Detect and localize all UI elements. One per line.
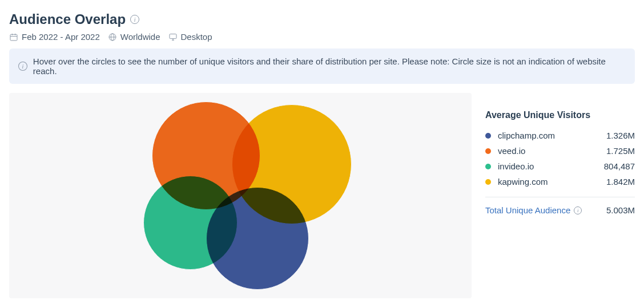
device-filter[interactable]: Desktop bbox=[168, 32, 212, 42]
legend-panel: Average Unique Visitors clipchamp.com 1.… bbox=[485, 93, 635, 298]
total-label-text: Total Unique Audience bbox=[485, 205, 570, 215]
venn-diagram[interactable] bbox=[135, 99, 346, 293]
calendar-icon bbox=[9, 33, 18, 42]
notice-text: Hover over the circles to see the number… bbox=[33, 56, 626, 76]
info-icon[interactable]: i bbox=[574, 206, 582, 214]
legend-value: 1.725M bbox=[606, 146, 635, 156]
legend-item[interactable]: invideo.io 804,487 bbox=[485, 161, 635, 171]
total-value: 5.003M bbox=[606, 205, 635, 215]
info-icon[interactable]: i bbox=[130, 15, 139, 24]
legend-dot bbox=[485, 179, 491, 185]
desktop-icon bbox=[168, 33, 178, 42]
legend-dot bbox=[485, 148, 491, 154]
region-filter[interactable]: Worldwide bbox=[108, 32, 160, 42]
legend-dot bbox=[485, 164, 491, 169]
info-icon: i bbox=[18, 62, 27, 71]
title-row: Audience Overlap i bbox=[9, 11, 635, 27]
legend-label: kapwing.com bbox=[498, 177, 606, 187]
info-notice: i Hover over the circles to see the numb… bbox=[9, 48, 635, 84]
venn-chart-panel bbox=[9, 93, 472, 298]
legend-value: 804,487 bbox=[604, 161, 635, 171]
legend-dot bbox=[485, 133, 491, 139]
legend-item[interactable]: veed.io 1.725M bbox=[485, 146, 635, 156]
legend-item[interactable]: kapwing.com 1.842M bbox=[485, 177, 635, 187]
legend-label: invideo.io bbox=[498, 161, 604, 171]
header: Audience Overlap i Feb 2022 - Apr 2022 W… bbox=[9, 11, 635, 42]
legend-list: clipchamp.com 1.326M veed.io 1.725M invi… bbox=[485, 131, 635, 187]
content: Average Unique Visitors clipchamp.com 1.… bbox=[9, 93, 635, 298]
legend-label: veed.io bbox=[498, 146, 606, 156]
region-label: Worldwide bbox=[120, 32, 160, 42]
svg-rect-7 bbox=[170, 34, 176, 38]
filters-bar: Feb 2022 - Apr 2022 Worldwide Desktop bbox=[9, 32, 635, 42]
date-range-label: Feb 2022 - Apr 2022 bbox=[22, 32, 100, 42]
total-row: Total Unique Audience i 5.003M bbox=[485, 205, 635, 215]
svg-rect-0 bbox=[10, 34, 17, 40]
divider bbox=[485, 197, 635, 197]
legend-value: 1.326M bbox=[606, 131, 635, 140]
device-label: Desktop bbox=[181, 32, 212, 42]
globe-icon bbox=[108, 33, 117, 42]
legend-item[interactable]: clipchamp.com 1.326M bbox=[485, 131, 635, 140]
venn-circle-clipchamp[interactable] bbox=[206, 187, 309, 290]
legend-title: Average Unique Visitors bbox=[485, 110, 635, 120]
legend-value: 1.842M bbox=[606, 177, 635, 187]
total-label[interactable]: Total Unique Audience i bbox=[485, 205, 606, 215]
legend-label: clipchamp.com bbox=[498, 131, 606, 140]
date-range-filter[interactable]: Feb 2022 - Apr 2022 bbox=[9, 32, 100, 42]
page-title: Audience Overlap bbox=[9, 11, 126, 27]
